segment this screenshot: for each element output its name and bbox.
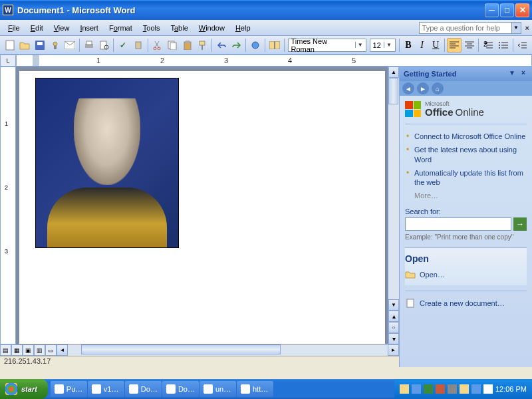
- svg-point-19: [252, 42, 259, 49]
- next-page-button[interactable]: ▾: [388, 333, 399, 344]
- cut-button[interactable]: [150, 38, 165, 53]
- tray-icon[interactable]: [412, 384, 421, 394]
- tray-icon[interactable]: [460, 384, 469, 394]
- menu-file[interactable]: File: [3, 23, 25, 33]
- clock[interactable]: 12:06 PM: [495, 385, 527, 393]
- horizontal-scrollbar[interactable]: [68, 344, 388, 356]
- hscroll-thumb[interactable]: [81, 344, 281, 354]
- paste-button[interactable]: [180, 38, 195, 53]
- insert-hyperlink-button[interactable]: [248, 38, 263, 53]
- taskpane-close-icon[interactable]: ×: [519, 69, 528, 78]
- scroll-down-button[interactable]: ▼: [388, 299, 399, 311]
- decrease-indent-button[interactable]: [515, 38, 530, 53]
- taskbar-item-4[interactable]: Do…: [162, 381, 199, 397]
- search-input[interactable]: [405, 217, 511, 231]
- tray-icon[interactable]: [471, 384, 481, 394]
- redo-button[interactable]: [229, 38, 244, 53]
- vertical-scrollbar[interactable]: ▲ ▼ ▴ ○ ▾: [388, 66, 399, 344]
- create-new-document-link[interactable]: Create a new document…: [405, 297, 527, 310]
- scroll-thumb[interactable]: [388, 78, 398, 104]
- app-icon: [166, 384, 176, 394]
- read-button[interactable]: [267, 38, 282, 53]
- taskbar-item-3[interactable]: Do…: [125, 381, 162, 397]
- search-example: Example: "Print more than one copy": [405, 233, 527, 241]
- new-doc-button[interactable]: [3, 38, 17, 53]
- open-button[interactable]: [18, 38, 33, 53]
- spellcheck-button[interactable]: ✓: [116, 38, 130, 53]
- maximize-button[interactable]: □: [500, 3, 514, 17]
- menu-help[interactable]: Help: [230, 23, 256, 33]
- menu-edit[interactable]: Edit: [25, 23, 49, 33]
- save-button[interactable]: [33, 38, 47, 53]
- italic-button[interactable]: I: [416, 40, 429, 51]
- underline-button[interactable]: U: [429, 40, 442, 51]
- undo-button[interactable]: [214, 38, 229, 53]
- print-button[interactable]: [82, 38, 96, 53]
- menu-format[interactable]: Format: [104, 23, 138, 33]
- inserted-image[interactable]: [35, 78, 179, 248]
- tray-icon[interactable]: [436, 384, 445, 394]
- menu-view[interactable]: View: [49, 23, 75, 33]
- font-name-select[interactable]: Times New Roman ▼: [288, 39, 366, 52]
- link-auto-update[interactable]: Automatically update this list from the …: [405, 166, 527, 190]
- help-search-input[interactable]: [419, 22, 512, 34]
- taskbar-item-1[interactable]: Pu…: [51, 381, 87, 397]
- permission-button[interactable]: [48, 38, 63, 53]
- align-center-button[interactable]: [462, 38, 477, 53]
- tray-icon[interactable]: [483, 384, 493, 394]
- link-latest-news[interactable]: Get the latest news about using Word: [405, 143, 527, 166]
- print-preview-button[interactable]: [97, 38, 112, 53]
- research-button[interactable]: [131, 38, 146, 53]
- taskbar-item-2[interactable]: v1…: [88, 381, 124, 397]
- scroll-up-button[interactable]: ▲: [388, 66, 399, 78]
- tray-icon[interactable]: [424, 384, 433, 394]
- normal-view-button[interactable]: ▤: [0, 344, 11, 356]
- print-layout-button[interactable]: ▣: [23, 344, 34, 356]
- font-name-value: Times New Roman: [291, 37, 352, 53]
- outline-view-button[interactable]: ▥: [34, 344, 45, 356]
- reading-view-button[interactable]: ▭: [45, 344, 57, 356]
- link-connect-office[interactable]: Connect to Microsoft Office Online: [405, 130, 527, 143]
- svg-rect-21: [274, 41, 275, 49]
- taskbar-item-5[interactable]: un…: [200, 381, 236, 397]
- document-area[interactable]: [16, 66, 388, 344]
- close-button[interactable]: ✕: [515, 3, 529, 17]
- svg-rect-2: [37, 42, 43, 45]
- start-button[interactable]: start: [0, 379, 48, 399]
- svg-point-26: [499, 47, 500, 49]
- email-button[interactable]: [63, 38, 78, 53]
- taskbar-item-6[interactable]: htt…: [237, 381, 273, 397]
- bold-button[interactable]: B: [402, 40, 415, 51]
- title-bar: W Document1 - Microsoft Word ─ □ ✕: [0, 0, 532, 20]
- align-left-button[interactable]: [447, 38, 462, 53]
- menu-table[interactable]: Table: [165, 23, 193, 33]
- menu-tools[interactable]: Tools: [138, 23, 166, 33]
- back-button[interactable]: ◄: [402, 82, 414, 94]
- forward-button[interactable]: ►: [417, 82, 429, 94]
- scroll-right-button[interactable]: ►: [388, 344, 399, 356]
- search-go-button[interactable]: →: [513, 217, 527, 231]
- vertical-ruler[interactable]: 1 2 3: [0, 66, 16, 344]
- open-document-link[interactable]: Open…: [405, 268, 527, 281]
- bullet-list-button[interactable]: [496, 38, 511, 53]
- copy-button[interactable]: [165, 38, 180, 53]
- home-button[interactable]: ⌂: [432, 82, 444, 94]
- help-dropdown-icon[interactable]: ▼: [512, 22, 521, 34]
- numbered-list-button[interactable]: 12: [481, 38, 495, 53]
- browse-object-button[interactable]: ○: [388, 322, 399, 333]
- menu-insert[interactable]: Insert: [74, 23, 104, 33]
- menu-window[interactable]: Window: [194, 23, 230, 33]
- more-link[interactable]: More…: [405, 192, 527, 200]
- format-painter-button[interactable]: [195, 38, 209, 53]
- prev-page-button[interactable]: ▴: [388, 311, 399, 322]
- web-view-button[interactable]: ▦: [11, 344, 23, 356]
- svg-rect-16: [186, 41, 190, 43]
- menu-close-icon[interactable]: ×: [525, 24, 529, 32]
- tray-icon[interactable]: [400, 384, 409, 394]
- minimize-button[interactable]: ─: [485, 3, 499, 17]
- page[interactable]: [19, 70, 386, 344]
- font-size-select[interactable]: 12 ▼: [370, 39, 396, 52]
- tray-icon[interactable]: [448, 384, 457, 394]
- taskpane-dropdown-icon[interactable]: ▼: [507, 69, 517, 78]
- scroll-left-button[interactable]: ◄: [57, 344, 68, 356]
